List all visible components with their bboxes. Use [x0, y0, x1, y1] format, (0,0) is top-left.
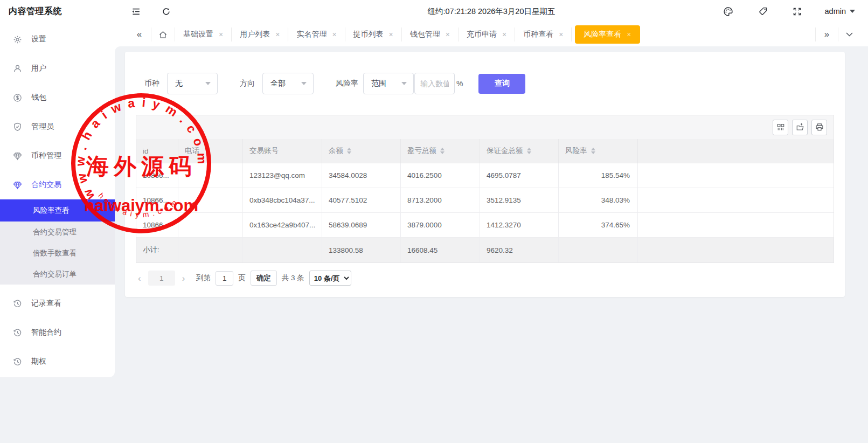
sidebar-item-options[interactable]: 期权 [0, 347, 115, 376]
risk-mode-select[interactable]: 范围 [363, 73, 414, 94]
col-header-risk: 风险率 [559, 139, 638, 163]
col-header-balance: 余额 [322, 139, 401, 163]
table-row-cell: 58639.0689 [322, 213, 401, 238]
subtotal-cell [243, 238, 322, 262]
close-icon[interactable]: × [446, 31, 450, 38]
subtotal-cell [559, 238, 638, 262]
home-tab-icon[interactable] [151, 27, 175, 41]
table-row-cell: 10866... [136, 213, 178, 238]
print-icon[interactable] [811, 120, 827, 135]
close-icon[interactable]: × [627, 31, 631, 38]
submenu-item-risk-rate-view[interactable]: 风险率查看 [0, 199, 115, 221]
tab-withdraw-list[interactable]: 提币列表 × [345, 27, 402, 41]
sidebar-item-label: 钱包 [31, 93, 46, 102]
sort-icon[interactable] [347, 148, 351, 154]
tab-user-list[interactable]: 用户列表 × [232, 27, 288, 41]
pagination: ‹ 1 › 到第 页 确定 共 3 条 10 条/页 [136, 271, 834, 286]
sidebar-item-settings[interactable]: 设置 [0, 25, 115, 54]
columns-icon[interactable] [773, 120, 788, 135]
sort-icon[interactable] [591, 148, 595, 154]
sort-icon[interactable] [440, 148, 445, 154]
tab-wallet-manage[interactable]: 钱包管理 × [402, 27, 459, 41]
total-count-label: 共 3 条 [282, 273, 304, 283]
sidebar-item-label: 记录查看 [31, 299, 61, 308]
refresh-icon[interactable] [159, 4, 173, 18]
sidebar: 设置 用户 钱包 [0, 23, 115, 377]
table-row-cell: 185.54% [559, 163, 638, 188]
tab-basic-settings[interactable]: 基础设置 × [175, 27, 232, 41]
table-row-cell: 3512.9135 [480, 188, 559, 213]
table-row-cell: 0x163ce42a9b407... [243, 213, 322, 238]
sidebar-item-users[interactable]: 用户 [0, 54, 115, 83]
table-row-cell: 0xb348cbc104a37... [243, 188, 322, 213]
risk-rate-card: 币种 无 方向 全部 风险率 范围 [125, 52, 845, 297]
page-size-select[interactable]: 10 条/页 [309, 271, 351, 286]
close-icon[interactable]: × [559, 31, 563, 38]
tabs-scroll-right-icon[interactable]: » [815, 27, 838, 41]
sidebar-fold-icon[interactable] [129, 4, 143, 18]
tag-icon[interactable] [756, 4, 770, 18]
theme-palette-icon[interactable] [721, 4, 735, 18]
risk-value-input[interactable] [414, 73, 455, 94]
close-icon[interactable]: × [389, 31, 393, 38]
export-icon[interactable] [792, 120, 808, 135]
fullscreen-icon[interactable] [790, 4, 804, 18]
sidebar-item-admins[interactable]: 管理员 [0, 112, 115, 141]
table-row-cell: 8713.2000 [401, 188, 480, 213]
close-icon[interactable]: × [332, 31, 336, 38]
tab-risk-rate-view[interactable]: 风险率查看 × [575, 25, 640, 44]
wallet-dollar-icon [12, 93, 22, 102]
currency-filter-label: 币种 [144, 79, 159, 88]
contract-trade-submenu: 风险率查看 合约交易管理 倍数手数查看 合约交易订单 [0, 199, 115, 285]
prev-page-icon[interactable]: ‹ [136, 274, 143, 283]
sidebar-item-label: 用户 [31, 64, 46, 73]
subtotal-cell [638, 238, 834, 262]
search-button[interactable]: 查询 [478, 74, 525, 94]
page-number-button[interactable]: 1 [148, 271, 175, 286]
sidebar-item-label: 合约交易 [31, 180, 61, 190]
tabs-scroll-left-icon[interactable]: « [128, 27, 151, 41]
sidebar-item-smart-contract[interactable]: 智能合约 [0, 318, 115, 347]
sidebar-item-contract-trade[interactable]: 合约交易 [0, 170, 115, 199]
confirm-button[interactable]: 确定 [251, 271, 277, 286]
table-row-cell: 1412.3270 [480, 213, 559, 238]
tab-currency-view[interactable]: 币种查看 × [515, 27, 572, 41]
percent-suffix: % [456, 79, 463, 88]
chevron-down-icon [850, 10, 855, 13]
tab-deposit-request[interactable]: 充币申请 × [459, 27, 515, 41]
user-icon [12, 64, 22, 73]
col-header-profit: 盈亏总额 [401, 139, 480, 163]
content-area: 币种 无 方向 全部 风险率 范围 [115, 46, 868, 443]
sidebar-item-records[interactable]: 记录查看 [0, 289, 115, 318]
subtotal-margin: 9620.32 [480, 238, 559, 262]
tabs-menu-icon[interactable] [838, 27, 860, 41]
submenu-item-contract-trade-orders[interactable]: 合约交易订单 [0, 264, 115, 285]
direction-select[interactable]: 全部 [262, 73, 314, 94]
history-icon [12, 357, 22, 366]
sidebar-item-wallet[interactable]: 钱包 [0, 83, 115, 112]
close-icon[interactable]: × [502, 31, 506, 38]
close-icon[interactable]: × [219, 31, 223, 38]
table-toolbar [136, 115, 834, 139]
sort-icon[interactable] [527, 148, 531, 154]
sidebar-item-currency[interactable]: 币种管理 [0, 141, 115, 170]
subtotal-cell [178, 238, 243, 262]
submenu-item-multiplier-lots-view[interactable]: 倍数手数查看 [0, 243, 115, 264]
history-icon [12, 299, 22, 308]
risk-table: id 电话 交易账号 余额 盈亏总额 保证金总额 [136, 115, 834, 263]
next-page-icon[interactable]: › [180, 274, 188, 283]
shield-check-icon [12, 122, 22, 131]
submenu-item-contract-trade-manage[interactable]: 合约交易管理 [0, 221, 115, 243]
col-header-id: id [136, 139, 178, 163]
goto-page-input[interactable] [216, 271, 233, 286]
user-menu[interactable]: admin [825, 7, 856, 16]
col-header-margin: 保证金总额 [480, 139, 559, 163]
table-row-cell: 10866... [136, 188, 178, 213]
filter-row: 币种 无 方向 全部 风险率 范围 [144, 73, 834, 94]
currency-select[interactable]: 无 [167, 73, 218, 94]
sidebar-item-label: 智能合约 [31, 328, 61, 337]
tab-kyc-manage[interactable]: 实名管理 × [288, 27, 345, 41]
table-row-cell: 34584.0028 [322, 163, 401, 188]
close-icon[interactable]: × [275, 31, 280, 38]
table-row-cell: 40577.5102 [322, 188, 401, 213]
